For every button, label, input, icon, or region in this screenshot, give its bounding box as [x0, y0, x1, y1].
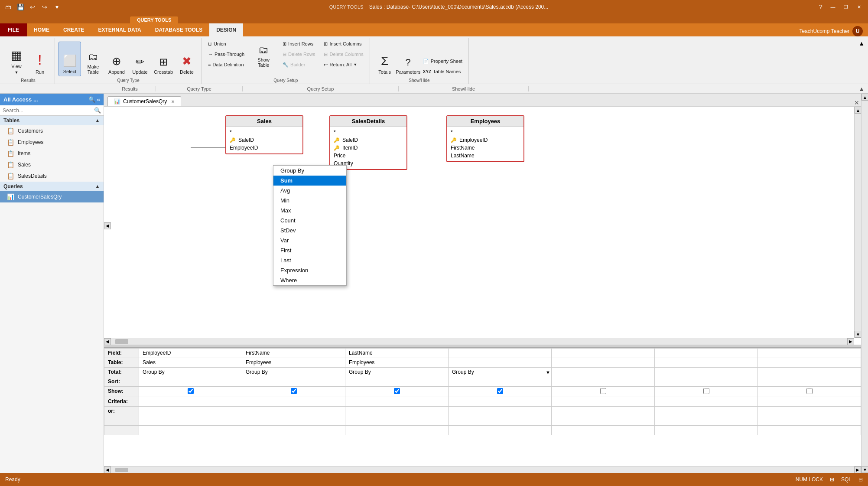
return-button[interactable]: ↩ Return: All ▼: [321, 60, 366, 69]
grid-sort-3[interactable]: [449, 377, 552, 387]
customize-icon[interactable]: ▾: [52, 2, 62, 12]
show-checkbox-2[interactable]: [394, 388, 400, 394]
nav-search-icon[interactable]: 🔍: [88, 96, 95, 103]
tab-design[interactable]: DESIGN: [209, 23, 243, 36]
totals-button[interactable]: Σ Totals: [374, 42, 396, 76]
grid-field-3[interactable]: [449, 349, 552, 358]
grid-total-0[interactable]: Group By: [139, 368, 242, 377]
nav-item-items[interactable]: 📋 Items: [0, 148, 104, 159]
grid-or-1[interactable]: [242, 407, 345, 416]
nav-item-salesdetails[interactable]: 📋 SalesDetails: [0, 170, 104, 182]
vscroll-down-arrow[interactable]: ▼: [855, 331, 861, 338]
nav-item-sales[interactable]: 📋 Sales: [0, 159, 104, 170]
grid-empty1-3[interactable]: [449, 416, 552, 426]
tables-collapse-icon[interactable]: ▲: [95, 117, 100, 124]
grid-empty1-2[interactable]: [345, 416, 449, 426]
grid-total-1[interactable]: Group By: [242, 368, 345, 377]
builder-button[interactable]: 🔧 Builder: [280, 60, 318, 69]
grid-table-3[interactable]: [449, 358, 552, 368]
insert-columns-button[interactable]: ⊞ Insert Columns: [321, 39, 366, 49]
grid-empty1-0[interactable]: [139, 416, 242, 426]
hscroll-left-arrow[interactable]: ◀: [104, 338, 111, 345]
grid-table-4[interactable]: [552, 358, 655, 368]
update-button[interactable]: ✏ Update: [129, 42, 151, 76]
insert-rows-button[interactable]: ⊞ Insert Rows: [280, 39, 318, 49]
view-button[interactable]: ▦ View ▼: [5, 42, 28, 76]
grid-field-4[interactable]: [552, 349, 655, 358]
grid-sort-2[interactable]: [345, 377, 449, 387]
dropdown-item-max[interactable]: Max: [273, 205, 346, 215]
grid-empty2-4[interactable]: [552, 426, 655, 435]
doc-tab-close[interactable]: ✕: [171, 99, 175, 104]
select-button[interactable]: ⬜ Select: [59, 42, 81, 76]
grid-show-3[interactable]: [449, 387, 552, 397]
dropdown-item-stdev[interactable]: StDev: [273, 225, 346, 235]
tab-database-tools[interactable]: DATABASE TOOLS: [148, 23, 209, 36]
grid-empty2-6[interactable]: [758, 426, 861, 435]
show-checkbox-6[interactable]: [806, 388, 813, 394]
grid-criteria-2[interactable]: [345, 397, 449, 407]
grid-empty2-5[interactable]: [655, 426, 758, 435]
grid-field-6[interactable]: [758, 349, 861, 358]
grid-show-5[interactable]: [655, 387, 758, 397]
grid-show-0[interactable]: [139, 387, 242, 397]
dropdown-item-last[interactable]: Last: [273, 255, 346, 265]
grid-empty1-5[interactable]: [655, 416, 758, 426]
minimize-button[interactable]: —: [827, 2, 839, 12]
grid-criteria-6[interactable]: [758, 397, 861, 407]
dropdown-item-first[interactable]: First: [273, 245, 346, 255]
table-names-button[interactable]: XYZ Table Names: [420, 67, 465, 76]
hscroll-right-arrow[interactable]: ▶: [847, 338, 854, 345]
nav-collapse-icon[interactable]: «: [97, 96, 100, 103]
grid-table-0[interactable]: Sales: [139, 358, 242, 368]
design-hscroll[interactable]: ◀ ▶: [104, 338, 854, 345]
queries-collapse-icon[interactable]: ▲: [95, 183, 100, 189]
view-dropdown-arrow[interactable]: ▼: [15, 70, 19, 75]
dropdown-item-var[interactable]: Var: [273, 235, 346, 245]
show-checkbox-4[interactable]: [600, 388, 606, 394]
grid-table-6[interactable]: [758, 358, 861, 368]
restore-button[interactable]: ❐: [840, 2, 852, 12]
grid-field-2[interactable]: LastName: [345, 349, 449, 358]
tab-create[interactable]: CREATE: [56, 23, 91, 36]
grid-or-5[interactable]: [655, 407, 758, 416]
collapse-section-icon[interactable]: ▲: [858, 85, 865, 92]
tab-strip-close[interactable]: ✕: [854, 99, 859, 106]
delete-button[interactable]: ✖ Delete: [176, 42, 198, 76]
scroll-left-arrow[interactable]: ◀: [104, 222, 111, 229]
dropdown-item-where[interactable]: Where: [273, 275, 346, 285]
grid-field-1[interactable]: FirstName: [242, 349, 345, 358]
design-vscroll[interactable]: ▲ ▼: [854, 107, 861, 338]
search-input[interactable]: [3, 108, 94, 114]
help-icon[interactable]: ?: [816, 2, 826, 12]
make-table-button[interactable]: 🗂 MakeTable: [82, 42, 104, 76]
vscroll-main-track[interactable]: [861, 101, 868, 466]
vscroll-up-arrow[interactable]: ▲: [855, 107, 861, 114]
grid-empty1-1[interactable]: [242, 416, 345, 426]
nav-item-employees[interactable]: 📋 Employees: [0, 137, 104, 148]
show-checkbox-1[interactable]: [291, 388, 297, 394]
grid-show-4[interactable]: [552, 387, 655, 397]
grid-empty2-1[interactable]: [242, 426, 345, 435]
grid-total-5[interactable]: [655, 368, 758, 377]
grid-or-2[interactable]: [345, 407, 449, 416]
tab-external-data[interactable]: EXTERNAL DATA: [91, 23, 148, 36]
right-vscroll[interactable]: ▲ ▼: [861, 94, 868, 473]
hscroll-track[interactable]: [111, 339, 847, 344]
grid-field-0[interactable]: EmployeeID: [139, 349, 242, 358]
view-layout-icon[interactable]: ⊞: [830, 476, 834, 483]
search-button[interactable]: 🔍: [94, 107, 101, 114]
tables-section-header[interactable]: Tables ▲: [0, 116, 104, 125]
crosstab-button[interactable]: ⊞ Crosstab: [152, 42, 175, 76]
dropdown-item-avg[interactable]: Avg: [273, 186, 346, 196]
grid-empty1-4[interactable]: [552, 416, 655, 426]
doc-tab-customersalesqry[interactable]: 📊 CustomerSalesQry ✕: [107, 96, 181, 106]
grid-criteria-4[interactable]: [552, 397, 655, 407]
grid-total-2[interactable]: Group By: [345, 368, 449, 377]
tab-home[interactable]: HOME: [27, 23, 56, 36]
show-checkbox-3[interactable]: [497, 388, 503, 394]
union-button[interactable]: ⊔ Union: [205, 39, 247, 49]
close-button[interactable]: ✕: [853, 2, 865, 12]
data-definition-button[interactable]: ≡ Data Definition: [205, 60, 247, 69]
grid-scroll[interactable]: Field: EmployeeID FirstName LastName Tab…: [104, 348, 861, 466]
